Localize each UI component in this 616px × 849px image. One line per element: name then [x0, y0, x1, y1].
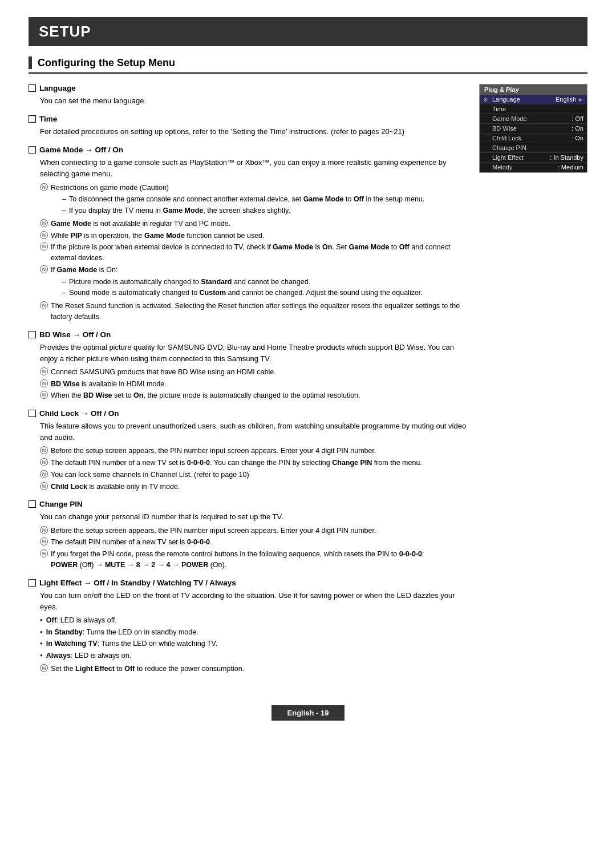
change-pin-notes: N Before the setup screen appears, the P…	[40, 525, 468, 571]
bullet-item: In Watching TV: Turns the LED on while w…	[40, 638, 468, 649]
topic-child-lock-title: Child Lock → Off / On	[29, 409, 468, 418]
content-area: Language You can set the menu language. …	[29, 84, 587, 682]
topic-time: Time For detailed procedures on setting …	[29, 115, 468, 138]
light-effect-bullets: Off: LED is always off. In Standby: Turn…	[40, 615, 468, 661]
arrow-icon-language: ►	[578, 96, 583, 103]
footer: English - 19	[29, 705, 587, 721]
topic-language: Language You can set the menu language.	[29, 84, 468, 107]
menu-row-language[interactable]: ⚙ Language English ►	[480, 95, 587, 104]
note-icon: N	[40, 265, 48, 273]
note-icon: N	[40, 537, 48, 545]
setup-title: SETUP	[39, 23, 91, 40]
menu-row-game-mode[interactable]: Game Mode : Off	[480, 114, 587, 124]
checkbox-child-lock	[29, 410, 36, 417]
menu-value-language: English	[556, 96, 576, 103]
menu-value-melody: : Medium	[558, 164, 583, 171]
topic-change-pin: Change PIN You can change your personal …	[29, 500, 468, 570]
menu-value-bd-wise: : On	[572, 125, 583, 132]
sidebar-menu: Plug & Play ⚙ Language English ► Time Ga…	[479, 84, 587, 682]
note-item: N If Game Mode is On: Picture mode is au…	[40, 265, 468, 300]
menu-label-light-effect: Light Effect	[492, 154, 550, 161]
topic-time-title: Time	[29, 115, 468, 123]
menu-label-game-mode: Game Mode	[492, 115, 572, 122]
note-icon: N	[40, 482, 48, 490]
settings-icon: ⚙	[483, 96, 492, 103]
setup-header: SETUP	[29, 17, 587, 46]
note-item: N Game Mode is not available in regular …	[40, 219, 468, 229]
note-item: N The Reset Sound function is activated.…	[40, 301, 468, 322]
light-effect-notes: N Set the Light Effect to Off to reduce …	[40, 664, 468, 674]
checkbox-change-pin	[29, 500, 36, 508]
menu-row-time[interactable]: Time	[480, 104, 587, 114]
note-icon: N	[40, 664, 48, 672]
note-item: N BD Wise is available in HDMI mode.	[40, 379, 468, 390]
bd-wise-notes: N Connect SAMSUNG products that have BD …	[40, 367, 468, 401]
note-item: N When the BD Wise set to On, the pictur…	[40, 390, 468, 401]
checkbox-light-effect	[29, 579, 36, 587]
note-item: N Before the setup screen appears, the P…	[40, 446, 468, 456]
note-item: N You can lock some channels in Channel …	[40, 470, 468, 480]
note-icon: N	[40, 446, 48, 454]
section-title-bar	[29, 56, 32, 69]
note-icon: N	[40, 183, 48, 191]
note-item: N The default PIN number of a new TV set…	[40, 537, 468, 548]
topic-language-body: You can set the menu language.	[40, 95, 468, 107]
menu-label-language: Language	[492, 96, 556, 103]
menu-row-melody[interactable]: Melody : Medium	[480, 163, 587, 172]
child-lock-notes: N Before the setup screen appears, the P…	[40, 446, 468, 492]
topic-change-pin-body: You can change your personal ID number t…	[40, 511, 468, 570]
note-item: N Child Lock is available only in TV mod…	[40, 482, 468, 492]
main-content: Language You can set the menu language. …	[29, 84, 468, 682]
menu-box: Plug & Play ⚙ Language English ► Time Ga…	[479, 84, 587, 173]
topic-bd-wise-title: BD Wise → Off / On	[29, 330, 468, 339]
topic-child-lock-body: This feature allows you to prevent unaut…	[40, 421, 468, 492]
note-item: N The default PIN number of a new TV set…	[40, 458, 468, 468]
topic-time-body: For detailed procedures on setting up op…	[40, 126, 468, 138]
menu-label-bd-wise: BD Wise	[492, 125, 572, 132]
menu-value-child-lock: : On	[572, 135, 583, 142]
checkbox-time	[29, 115, 36, 123]
menu-label-child-lock: Child Lock	[492, 135, 572, 142]
topic-bd-wise-body: Provides the optimal picture quality for…	[40, 342, 468, 402]
note-icon: N	[40, 242, 48, 250]
menu-label-melody: Melody	[492, 164, 558, 171]
note-item: N If you forget the PIN code, press the …	[40, 549, 468, 571]
topic-light-effect-body: You can turn on/off the LED on the front…	[40, 590, 468, 674]
menu-label-time: Time	[492, 106, 583, 112]
menu-value-game-mode: : Off	[572, 115, 583, 122]
section-title: Configuring the Setup Menu	[29, 56, 587, 74]
note-icon: N	[40, 526, 48, 534]
menu-label-change-pin: Change PIN	[492, 144, 583, 151]
topic-bd-wise: BD Wise → Off / On Provides the optimal …	[29, 330, 468, 402]
checkbox-bd-wise	[29, 331, 36, 338]
bullet-item: Off: LED is always off.	[40, 615, 468, 626]
note-item: N Before the setup screen appears, the P…	[40, 525, 468, 536]
menu-value-light-effect: : In Standby	[550, 154, 583, 161]
menu-row-child-lock[interactable]: Child Lock : On	[480, 134, 587, 143]
note-icon: N	[40, 458, 48, 466]
note-icon: N	[40, 219, 48, 227]
topic-child-lock: Child Lock → Off / On This feature allow…	[29, 409, 468, 492]
bullet-item: In Standby: Turns the LED on in standby …	[40, 627, 468, 638]
note-icon: N	[40, 379, 48, 387]
topic-light-effect-title: Light Effect → Off / In Standby / Watchi…	[29, 579, 468, 587]
note-item: N Restrictions on game mode (Caution) To…	[40, 183, 468, 217]
game-mode-notes: N Restrictions on game mode (Caution) To…	[40, 183, 468, 322]
section-title-text: Configuring the Setup Menu	[38, 57, 175, 69]
note-icon: N	[40, 367, 48, 375]
note-item: N Connect SAMSUNG products that have BD …	[40, 367, 468, 378]
note-icon: N	[40, 470, 48, 478]
topic-game-mode-title: Game Mode → Off / On	[29, 145, 468, 154]
menu-row-bd-wise[interactable]: BD Wise : On	[480, 124, 587, 134]
note-icon: N	[40, 549, 48, 557]
menu-row-light-effect[interactable]: Light Effect : In Standby	[480, 153, 587, 163]
menu-box-title: Plug & Play	[480, 84, 587, 95]
checkbox-game-mode	[29, 146, 36, 153]
note-item: N If the picture is poor when external d…	[40, 242, 468, 264]
note-icon: N	[40, 301, 48, 309]
menu-row-change-pin[interactable]: Change PIN	[480, 143, 587, 153]
footer-badge: English - 19	[271, 705, 345, 721]
topic-light-effect: Light Effect → Off / In Standby / Watchi…	[29, 579, 468, 674]
topic-language-title: Language	[29, 84, 468, 92]
note-item: N Set the Light Effect to Off to reduce …	[40, 664, 468, 674]
